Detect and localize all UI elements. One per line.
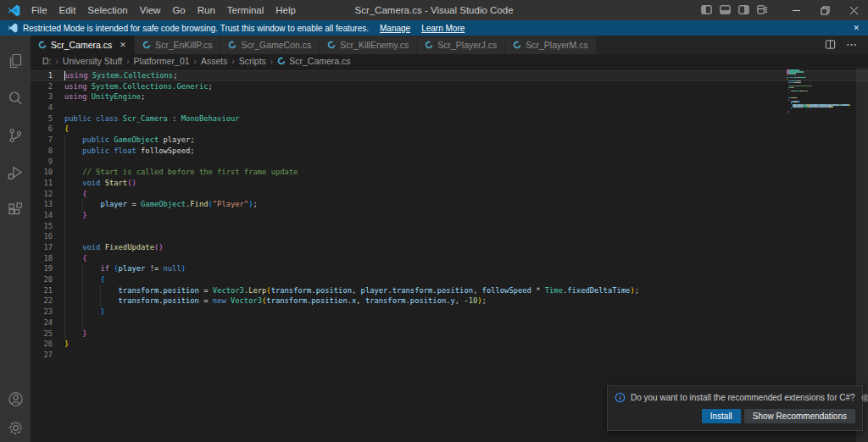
- banner-learn-more-link[interactable]: Learn More: [421, 24, 465, 33]
- code-line[interactable]: 3using UnityEngine;: [31, 91, 868, 102]
- main-area: Scr_Camera.cs✕ Scr_EnKillP.cs Scr_GameCo…: [0, 36, 868, 442]
- code-line[interactable]: 4: [31, 102, 868, 113]
- notification-header: Do you want to install the recommended e…: [608, 386, 862, 407]
- line-content: void Start(): [64, 178, 136, 189]
- tab-scr_enkillp-cs[interactable]: Scr_EnKillP.cs: [135, 36, 221, 54]
- show-recommendations-button[interactable]: Show Recommendations: [744, 409, 855, 423]
- tab-label: Scr_PlayerJ.cs: [437, 40, 497, 50]
- banner-close-icon[interactable]: ✕: [853, 24, 860, 32]
- code-line[interactable]: 13 player = GameObject.Find("Player");: [31, 199, 868, 210]
- tab-scr_gamecon-cs[interactable]: Scr_GameCon.cs: [220, 36, 320, 54]
- code-line[interactable]: 23 }: [31, 307, 868, 318]
- tab-scr_playerj-cs[interactable]: Scr_PlayerJ.cs: [417, 36, 505, 54]
- code-line[interactable]: 7 public GameObject player;: [31, 135, 868, 146]
- line-content: using System.Collections;: [64, 70, 177, 81]
- line-number: 3: [31, 91, 53, 102]
- code-line[interactable]: 1using System.Collections;: [31, 70, 868, 81]
- line-number: 17: [31, 242, 53, 253]
- line-number: 20: [31, 274, 53, 285]
- menu-file[interactable]: File: [25, 0, 53, 20]
- line-content: transform.position = Vector3.Lerp(transf…: [64, 285, 639, 296]
- customize-layout-icon[interactable]: [757, 4, 768, 17]
- vscode-window: FileEditSelectionViewGoRunTerminalHelp S…: [0, 0, 868, 442]
- line-content: {: [64, 124, 69, 135]
- menu-terminal[interactable]: Terminal: [221, 0, 270, 20]
- csharp-file-icon: [425, 41, 433, 49]
- breadcrumb-item-label: Platformer_01: [134, 56, 190, 66]
- menu-help[interactable]: Help: [270, 0, 302, 20]
- more-actions-icon[interactable]: ⋯: [846, 41, 858, 49]
- explorer-icon[interactable]: [0, 42, 31, 80]
- line-number: 19: [31, 263, 53, 274]
- indent-guide: [64, 135, 65, 339]
- toggle-secondary-sidebar-icon[interactable]: [738, 4, 749, 17]
- menu-selection[interactable]: Selection: [81, 0, 133, 20]
- menu-run[interactable]: Run: [192, 0, 221, 20]
- line-number: 1: [31, 70, 53, 81]
- code-line[interactable]: 5public class Scr_Camera : MonoBehaviour: [31, 113, 868, 124]
- accounts-icon[interactable]: [0, 384, 31, 413]
- code-line[interactable]: 22 transform.position = new Vector3(tran…: [31, 296, 868, 307]
- source-control-icon[interactable]: [0, 117, 31, 154]
- banner-manage-link[interactable]: Manage: [380, 24, 410, 33]
- line-content: public float followSpeed;: [64, 146, 195, 157]
- code-line[interactable]: 15: [31, 221, 868, 232]
- minimap[interactable]: [787, 69, 854, 116]
- code-line[interactable]: 17 void FixedUpdate(): [31, 242, 868, 253]
- code-line[interactable]: 14 }: [31, 210, 868, 221]
- banner-message: Restricted Mode is intended for safe cod…: [23, 24, 369, 33]
- install-button[interactable]: Install: [702, 409, 741, 423]
- code-line[interactable]: 20 {: [31, 274, 868, 285]
- code-line[interactable]: 11 void Start(): [31, 178, 868, 189]
- toggle-sidebar-icon[interactable]: [701, 4, 712, 17]
- tab-label: Scr_GameCon.cs: [241, 40, 311, 50]
- menu-go[interactable]: Go: [166, 0, 191, 20]
- notification-toast: Do you want to install the recommended e…: [607, 385, 863, 431]
- line-number: 7: [31, 135, 53, 146]
- csharp-file-icon: [513, 41, 521, 49]
- search-icon[interactable]: [0, 80, 31, 117]
- close-window-button[interactable]: [839, 0, 868, 20]
- tab-scr_playerm-cs[interactable]: Scr_PlayerM.cs: [505, 36, 597, 54]
- line-content: player = GameObject.Find("Player");: [64, 199, 258, 210]
- code-line[interactable]: 18 {: [31, 253, 868, 264]
- code-line[interactable]: 25 }: [31, 329, 868, 340]
- breadcrumb-item[interactable]: D:: [42, 56, 52, 66]
- notification-settings-gear-icon[interactable]: [860, 393, 868, 403]
- code-line[interactable]: 8 public float followSpeed;: [31, 146, 868, 157]
- toggle-panel-icon[interactable]: [720, 4, 731, 17]
- breadcrumb-item[interactable]: Platformer_01: [134, 56, 190, 66]
- tab-scr_camera-cs[interactable]: Scr_Camera.cs✕: [31, 36, 135, 54]
- run-debug-icon[interactable]: [0, 154, 31, 191]
- code-line[interactable]: 19 if (player != null): [31, 263, 868, 274]
- tab-close-icon[interactable]: ✕: [120, 41, 126, 49]
- csharp-file-icon: [38, 41, 47, 49]
- minimize-button[interactable]: [782, 0, 810, 20]
- code-line[interactable]: 27: [31, 350, 868, 361]
- code-line[interactable]: 9: [31, 157, 868, 168]
- code-line[interactable]: 16: [31, 231, 868, 242]
- code-line[interactable]: 24: [31, 318, 868, 329]
- breadcrumb-item[interactable]: Assets: [201, 56, 228, 66]
- settings-gear-icon[interactable]: [0, 413, 31, 442]
- breadcrumb-item[interactable]: University Stuff: [63, 56, 122, 66]
- extensions-icon[interactable]: [0, 191, 31, 229]
- split-editor-icon[interactable]: [825, 39, 836, 52]
- menu-view[interactable]: View: [134, 0, 167, 20]
- window-title: Scr_Camera.cs - Visual Studio Code: [354, 5, 513, 15]
- restore-button[interactable]: [810, 0, 839, 20]
- code-lines: 1using System.Collections;2using System.…: [31, 70, 868, 361]
- breadcrumb-item[interactable]: Scr_Camera.cs: [277, 56, 350, 66]
- code-line[interactable]: 12 {: [31, 189, 868, 200]
- line-number: 23: [31, 307, 53, 318]
- code-line[interactable]: 26}: [31, 339, 868, 350]
- code-line[interactable]: 21 transform.position = Vector3.Lerp(tra…: [31, 285, 868, 296]
- tab-scr_killenemy-cs[interactable]: Scr_KillEnemy.cs: [320, 36, 417, 54]
- indent-guide: [82, 264, 83, 329]
- code-line[interactable]: 2using System.Collections.Generic;: [31, 81, 868, 92]
- menu-edit[interactable]: Edit: [53, 0, 82, 20]
- code-line[interactable]: 6{: [31, 124, 868, 135]
- code-line[interactable]: 10 // Start is called before the first f…: [31, 167, 868, 178]
- breadcrumb-item[interactable]: Scripts: [239, 56, 266, 66]
- line-number: 4: [31, 102, 53, 113]
